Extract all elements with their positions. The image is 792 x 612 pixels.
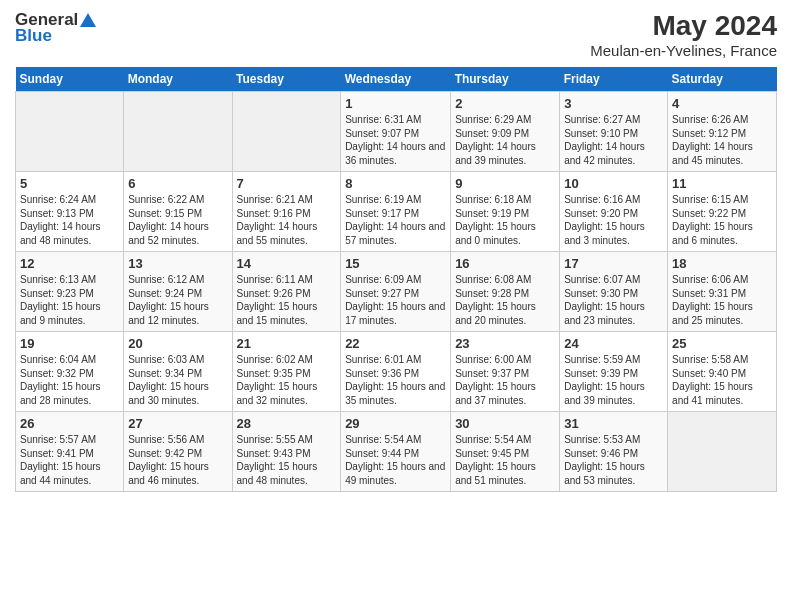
title-block: May 2024 Meulan-en-Yvelines, France	[590, 10, 777, 59]
day-number: 31	[564, 416, 663, 431]
logo-icon	[79, 11, 97, 29]
page-title: May 2024	[590, 10, 777, 42]
calendar-cell: 5Sunrise: 6:24 AM Sunset: 9:13 PM Daylig…	[16, 172, 124, 252]
cell-info: Sunrise: 6:08 AM Sunset: 9:28 PM Dayligh…	[455, 273, 555, 327]
cell-info: Sunrise: 6:02 AM Sunset: 9:35 PM Dayligh…	[237, 353, 337, 407]
cell-info: Sunrise: 6:01 AM Sunset: 9:36 PM Dayligh…	[345, 353, 446, 407]
day-number: 6	[128, 176, 227, 191]
day-number: 10	[564, 176, 663, 191]
calendar-cell: 20Sunrise: 6:03 AM Sunset: 9:34 PM Dayli…	[124, 332, 232, 412]
calendar-cell: 19Sunrise: 6:04 AM Sunset: 9:32 PM Dayli…	[16, 332, 124, 412]
day-number: 8	[345, 176, 446, 191]
cell-info: Sunrise: 6:26 AM Sunset: 9:12 PM Dayligh…	[672, 113, 772, 167]
col-tuesday: Tuesday	[232, 67, 341, 92]
calendar-cell: 26Sunrise: 5:57 AM Sunset: 9:41 PM Dayli…	[16, 412, 124, 492]
day-number: 23	[455, 336, 555, 351]
col-wednesday: Wednesday	[341, 67, 451, 92]
logo-blue-text: Blue	[15, 26, 52, 46]
day-number: 16	[455, 256, 555, 271]
calendar-cell: 13Sunrise: 6:12 AM Sunset: 9:24 PM Dayli…	[124, 252, 232, 332]
cell-info: Sunrise: 5:55 AM Sunset: 9:43 PM Dayligh…	[237, 433, 337, 487]
day-number: 28	[237, 416, 337, 431]
calendar-cell: 1Sunrise: 6:31 AM Sunset: 9:07 PM Daylig…	[341, 92, 451, 172]
cell-info: Sunrise: 6:16 AM Sunset: 9:20 PM Dayligh…	[564, 193, 663, 247]
day-number: 4	[672, 96, 772, 111]
day-number: 22	[345, 336, 446, 351]
cell-info: Sunrise: 5:57 AM Sunset: 9:41 PM Dayligh…	[20, 433, 119, 487]
day-number: 3	[564, 96, 663, 111]
cell-info: Sunrise: 5:59 AM Sunset: 9:39 PM Dayligh…	[564, 353, 663, 407]
header: General Blue May 2024 Meulan-en-Yvelines…	[15, 10, 777, 59]
calendar-cell: 21Sunrise: 6:02 AM Sunset: 9:35 PM Dayli…	[232, 332, 341, 412]
calendar-cell: 31Sunrise: 5:53 AM Sunset: 9:46 PM Dayli…	[560, 412, 668, 492]
cell-info: Sunrise: 6:24 AM Sunset: 9:13 PM Dayligh…	[20, 193, 119, 247]
calendar-cell: 29Sunrise: 5:54 AM Sunset: 9:44 PM Dayli…	[341, 412, 451, 492]
cell-info: Sunrise: 6:04 AM Sunset: 9:32 PM Dayligh…	[20, 353, 119, 407]
page-subtitle: Meulan-en-Yvelines, France	[590, 42, 777, 59]
day-number: 11	[672, 176, 772, 191]
day-number: 29	[345, 416, 446, 431]
calendar-cell: 6Sunrise: 6:22 AM Sunset: 9:15 PM Daylig…	[124, 172, 232, 252]
day-number: 17	[564, 256, 663, 271]
calendar-cell	[124, 92, 232, 172]
col-monday: Monday	[124, 67, 232, 92]
calendar-cell: 14Sunrise: 6:11 AM Sunset: 9:26 PM Dayli…	[232, 252, 341, 332]
logo: General Blue	[15, 10, 98, 46]
cell-info: Sunrise: 5:54 AM Sunset: 9:44 PM Dayligh…	[345, 433, 446, 487]
calendar-cell: 17Sunrise: 6:07 AM Sunset: 9:30 PM Dayli…	[560, 252, 668, 332]
calendar-cell: 7Sunrise: 6:21 AM Sunset: 9:16 PM Daylig…	[232, 172, 341, 252]
day-number: 2	[455, 96, 555, 111]
day-number: 18	[672, 256, 772, 271]
cell-info: Sunrise: 6:22 AM Sunset: 9:15 PM Dayligh…	[128, 193, 227, 247]
day-number: 15	[345, 256, 446, 271]
calendar-cell: 2Sunrise: 6:29 AM Sunset: 9:09 PM Daylig…	[451, 92, 560, 172]
day-number: 7	[237, 176, 337, 191]
col-sunday: Sunday	[16, 67, 124, 92]
cell-info: Sunrise: 6:21 AM Sunset: 9:16 PM Dayligh…	[237, 193, 337, 247]
col-friday: Friday	[560, 67, 668, 92]
calendar-cell: 23Sunrise: 6:00 AM Sunset: 9:37 PM Dayli…	[451, 332, 560, 412]
calendar-cell: 30Sunrise: 5:54 AM Sunset: 9:45 PM Dayli…	[451, 412, 560, 492]
cell-info: Sunrise: 6:12 AM Sunset: 9:24 PM Dayligh…	[128, 273, 227, 327]
cell-info: Sunrise: 5:54 AM Sunset: 9:45 PM Dayligh…	[455, 433, 555, 487]
cell-info: Sunrise: 6:31 AM Sunset: 9:07 PM Dayligh…	[345, 113, 446, 167]
calendar-cell: 25Sunrise: 5:58 AM Sunset: 9:40 PM Dayli…	[668, 332, 777, 412]
day-number: 24	[564, 336, 663, 351]
cell-info: Sunrise: 5:56 AM Sunset: 9:42 PM Dayligh…	[128, 433, 227, 487]
day-number: 20	[128, 336, 227, 351]
calendar-cell: 8Sunrise: 6:19 AM Sunset: 9:17 PM Daylig…	[341, 172, 451, 252]
col-saturday: Saturday	[668, 67, 777, 92]
calendar-cell: 10Sunrise: 6:16 AM Sunset: 9:20 PM Dayli…	[560, 172, 668, 252]
header-row: Sunday Monday Tuesday Wednesday Thursday…	[16, 67, 777, 92]
calendar-cell	[232, 92, 341, 172]
calendar-week-3: 19Sunrise: 6:04 AM Sunset: 9:32 PM Dayli…	[16, 332, 777, 412]
calendar-week-0: 1Sunrise: 6:31 AM Sunset: 9:07 PM Daylig…	[16, 92, 777, 172]
calendar-cell	[16, 92, 124, 172]
calendar-table: Sunday Monday Tuesday Wednesday Thursday…	[15, 67, 777, 492]
calendar-cell	[668, 412, 777, 492]
day-number: 12	[20, 256, 119, 271]
svg-marker-0	[80, 13, 96, 27]
cell-info: Sunrise: 6:18 AM Sunset: 9:19 PM Dayligh…	[455, 193, 555, 247]
calendar-week-1: 5Sunrise: 6:24 AM Sunset: 9:13 PM Daylig…	[16, 172, 777, 252]
calendar-cell: 11Sunrise: 6:15 AM Sunset: 9:22 PM Dayli…	[668, 172, 777, 252]
calendar-cell: 24Sunrise: 5:59 AM Sunset: 9:39 PM Dayli…	[560, 332, 668, 412]
calendar-cell: 18Sunrise: 6:06 AM Sunset: 9:31 PM Dayli…	[668, 252, 777, 332]
day-number: 13	[128, 256, 227, 271]
calendar-cell: 28Sunrise: 5:55 AM Sunset: 9:43 PM Dayli…	[232, 412, 341, 492]
calendar-cell: 4Sunrise: 6:26 AM Sunset: 9:12 PM Daylig…	[668, 92, 777, 172]
calendar-cell: 9Sunrise: 6:18 AM Sunset: 9:19 PM Daylig…	[451, 172, 560, 252]
calendar-week-2: 12Sunrise: 6:13 AM Sunset: 9:23 PM Dayli…	[16, 252, 777, 332]
calendar-cell: 3Sunrise: 6:27 AM Sunset: 9:10 PM Daylig…	[560, 92, 668, 172]
cell-info: Sunrise: 5:58 AM Sunset: 9:40 PM Dayligh…	[672, 353, 772, 407]
calendar-cell: 16Sunrise: 6:08 AM Sunset: 9:28 PM Dayli…	[451, 252, 560, 332]
day-number: 1	[345, 96, 446, 111]
calendar-week-4: 26Sunrise: 5:57 AM Sunset: 9:41 PM Dayli…	[16, 412, 777, 492]
cell-info: Sunrise: 6:00 AM Sunset: 9:37 PM Dayligh…	[455, 353, 555, 407]
day-number: 30	[455, 416, 555, 431]
cell-info: Sunrise: 6:27 AM Sunset: 9:10 PM Dayligh…	[564, 113, 663, 167]
cell-info: Sunrise: 6:13 AM Sunset: 9:23 PM Dayligh…	[20, 273, 119, 327]
cell-info: Sunrise: 6:15 AM Sunset: 9:22 PM Dayligh…	[672, 193, 772, 247]
cell-info: Sunrise: 6:03 AM Sunset: 9:34 PM Dayligh…	[128, 353, 227, 407]
col-thursday: Thursday	[451, 67, 560, 92]
